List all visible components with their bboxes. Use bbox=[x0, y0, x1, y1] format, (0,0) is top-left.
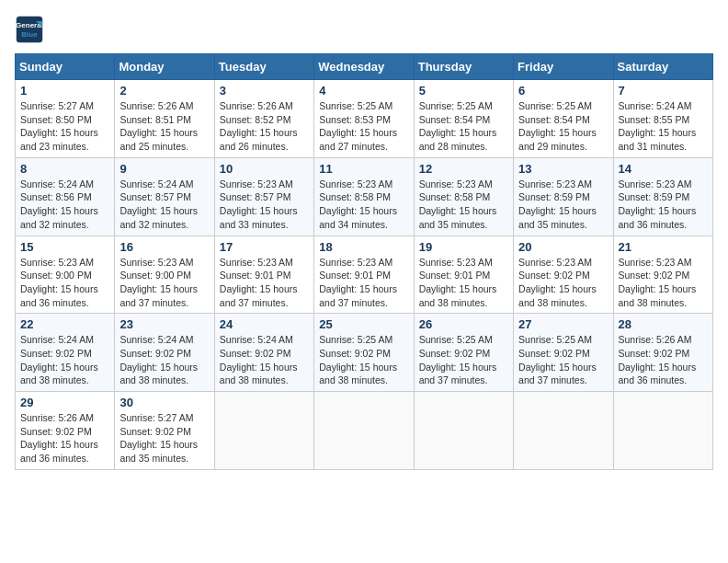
day-info: Sunrise: 5:23 AMSunset: 9:02 PMDaylight:… bbox=[619, 256, 708, 310]
weekday-header-wednesday: Wednesday bbox=[314, 54, 414, 80]
calendar-week-3: 15 Sunrise: 5:23 AMSunset: 9:00 PMDaylig… bbox=[16, 236, 713, 314]
calendar-cell: 5 Sunrise: 5:25 AMSunset: 8:54 PMDayligh… bbox=[414, 80, 513, 158]
svg-text:Blue: Blue bbox=[21, 30, 38, 39]
day-number: 2 bbox=[119, 84, 209, 98]
weekday-header-sunday: Sunday bbox=[16, 54, 115, 80]
calendar-cell: 16 Sunrise: 5:23 AMSunset: 9:00 PMDaylig… bbox=[115, 236, 214, 314]
weekday-header-tuesday: Tuesday bbox=[214, 54, 313, 80]
day-number: 27 bbox=[518, 317, 608, 331]
calendar-cell: 14 Sunrise: 5:23 AMSunset: 8:59 PMDaylig… bbox=[613, 157, 712, 236]
calendar-cell bbox=[214, 392, 313, 470]
day-info: Sunrise: 5:24 AMSunset: 8:56 PMDaylight:… bbox=[20, 178, 109, 232]
day-number: 20 bbox=[518, 240, 608, 254]
day-info: Sunrise: 5:25 AMSunset: 8:54 PMDaylight:… bbox=[419, 99, 508, 154]
calendar-week-4: 22 Sunrise: 5:24 AMSunset: 9:02 PMDaylig… bbox=[16, 314, 713, 392]
day-number: 13 bbox=[518, 162, 608, 176]
day-info: Sunrise: 5:25 AMSunset: 9:02 PMDaylight:… bbox=[319, 333, 408, 387]
day-info: Sunrise: 5:23 AMSunset: 8:59 PMDaylight:… bbox=[619, 178, 708, 232]
day-number: 23 bbox=[119, 317, 209, 331]
day-info: Sunrise: 5:23 AMSunset: 9:00 PMDaylight:… bbox=[119, 256, 209, 310]
day-number: 26 bbox=[419, 317, 508, 331]
day-info: Sunrise: 5:23 AMSunset: 9:01 PMDaylight:… bbox=[419, 256, 508, 310]
day-info: Sunrise: 5:24 AMSunset: 8:55 PMDaylight:… bbox=[619, 99, 708, 154]
day-number: 11 bbox=[319, 162, 408, 176]
calendar-cell: 19 Sunrise: 5:23 AMSunset: 9:01 PMDaylig… bbox=[414, 236, 513, 314]
calendar-cell: 2 Sunrise: 5:26 AMSunset: 8:51 PMDayligh… bbox=[115, 80, 214, 158]
calendar-cell: 8 Sunrise: 5:24 AMSunset: 8:56 PMDayligh… bbox=[16, 157, 115, 236]
calendar-cell: 27 Sunrise: 5:25 AMSunset: 9:02 PMDaylig… bbox=[514, 314, 613, 392]
calendar-cell: 23 Sunrise: 5:24 AMSunset: 9:02 PMDaylig… bbox=[115, 314, 214, 392]
day-number: 30 bbox=[119, 396, 209, 409]
day-number: 22 bbox=[20, 317, 109, 331]
day-info: Sunrise: 5:26 AMSunset: 9:02 PMDaylight:… bbox=[619, 333, 708, 387]
day-info: Sunrise: 5:24 AMSunset: 9:02 PMDaylight:… bbox=[20, 333, 109, 387]
day-number: 28 bbox=[619, 317, 708, 331]
day-info: Sunrise: 5:23 AMSunset: 9:01 PMDaylight:… bbox=[220, 256, 309, 310]
calendar-week-5: 29 Sunrise: 5:26 AMSunset: 9:02 PMDaylig… bbox=[16, 392, 713, 470]
weekday-header-saturday: Saturday bbox=[613, 54, 712, 80]
day-number: 16 bbox=[119, 240, 209, 254]
day-info: Sunrise: 5:25 AMSunset: 8:54 PMDaylight:… bbox=[518, 99, 608, 154]
calendar-cell: 18 Sunrise: 5:23 AMSunset: 9:01 PMDaylig… bbox=[314, 236, 414, 314]
day-info: Sunrise: 5:27 AMSunset: 8:50 PMDaylight:… bbox=[20, 99, 109, 154]
calendar-cell: 29 Sunrise: 5:26 AMSunset: 9:02 PMDaylig… bbox=[16, 392, 115, 470]
day-number: 6 bbox=[518, 84, 608, 98]
day-info: Sunrise: 5:23 AMSunset: 8:59 PMDaylight:… bbox=[518, 178, 608, 232]
day-info: Sunrise: 5:26 AMSunset: 8:51 PMDaylight:… bbox=[119, 99, 209, 154]
day-info: Sunrise: 5:23 AMSunset: 9:00 PMDaylight:… bbox=[20, 256, 109, 310]
calendar-week-1: 1 Sunrise: 5:27 AMSunset: 8:50 PMDayligh… bbox=[16, 80, 713, 158]
calendar-cell: 20 Sunrise: 5:23 AMSunset: 9:02 PMDaylig… bbox=[514, 236, 613, 314]
calendar-cell: 11 Sunrise: 5:23 AMSunset: 8:58 PMDaylig… bbox=[314, 157, 414, 236]
day-info: Sunrise: 5:25 AMSunset: 9:02 PMDaylight:… bbox=[518, 333, 608, 387]
day-number: 15 bbox=[20, 240, 109, 254]
calendar-cell: 3 Sunrise: 5:26 AMSunset: 8:52 PMDayligh… bbox=[214, 80, 313, 158]
calendar-cell: 21 Sunrise: 5:23 AMSunset: 9:02 PMDaylig… bbox=[613, 236, 712, 314]
calendar-week-2: 8 Sunrise: 5:24 AMSunset: 8:56 PMDayligh… bbox=[16, 157, 713, 236]
calendar-cell: 30 Sunrise: 5:27 AMSunset: 9:02 PMDaylig… bbox=[115, 392, 214, 470]
day-info: Sunrise: 5:25 AMSunset: 8:53 PMDaylight:… bbox=[319, 99, 408, 154]
day-number: 9 bbox=[119, 162, 209, 176]
calendar-cell: 22 Sunrise: 5:24 AMSunset: 9:02 PMDaylig… bbox=[16, 314, 115, 392]
calendar-cell: 12 Sunrise: 5:23 AMSunset: 8:58 PMDaylig… bbox=[414, 157, 513, 236]
calendar-cell: 24 Sunrise: 5:24 AMSunset: 9:02 PMDaylig… bbox=[214, 314, 313, 392]
day-number: 17 bbox=[220, 240, 309, 254]
logo: General Blue bbox=[15, 15, 44, 44]
day-info: Sunrise: 5:26 AMSunset: 8:52 PMDaylight:… bbox=[220, 99, 309, 154]
day-info: Sunrise: 5:23 AMSunset: 9:01 PMDaylight:… bbox=[319, 256, 408, 310]
day-number: 21 bbox=[619, 240, 708, 254]
calendar-cell: 17 Sunrise: 5:23 AMSunset: 9:01 PMDaylig… bbox=[214, 236, 313, 314]
page-header: General Blue bbox=[15, 15, 713, 44]
day-info: Sunrise: 5:26 AMSunset: 9:02 PMDaylight:… bbox=[20, 411, 109, 465]
weekday-header-row: SundayMondayTuesdayWednesdayThursdayFrid… bbox=[16, 54, 713, 80]
day-number: 19 bbox=[419, 240, 508, 254]
weekday-header-monday: Monday bbox=[115, 54, 214, 80]
day-number: 7 bbox=[619, 84, 708, 98]
weekday-header-friday: Friday bbox=[514, 54, 613, 80]
calendar-cell: 28 Sunrise: 5:26 AMSunset: 9:02 PMDaylig… bbox=[613, 314, 712, 392]
calendar-cell bbox=[613, 392, 712, 470]
day-info: Sunrise: 5:23 AMSunset: 8:57 PMDaylight:… bbox=[220, 178, 309, 232]
day-number: 5 bbox=[419, 84, 508, 98]
day-info: Sunrise: 5:23 AMSunset: 8:58 PMDaylight:… bbox=[319, 178, 408, 232]
day-info: Sunrise: 5:23 AMSunset: 9:02 PMDaylight:… bbox=[518, 256, 608, 310]
calendar-body: 1 Sunrise: 5:27 AMSunset: 8:50 PMDayligh… bbox=[16, 80, 713, 470]
day-number: 14 bbox=[619, 162, 708, 176]
weekday-header-thursday: Thursday bbox=[414, 54, 513, 80]
calendar-cell: 1 Sunrise: 5:27 AMSunset: 8:50 PMDayligh… bbox=[16, 80, 115, 158]
day-number: 18 bbox=[319, 240, 408, 254]
calendar-cell bbox=[414, 392, 513, 470]
day-number: 10 bbox=[220, 162, 309, 176]
day-number: 1 bbox=[20, 84, 109, 98]
day-info: Sunrise: 5:23 AMSunset: 8:58 PMDaylight:… bbox=[419, 178, 508, 232]
day-number: 8 bbox=[20, 162, 109, 176]
day-info: Sunrise: 5:27 AMSunset: 9:02 PMDaylight:… bbox=[119, 411, 209, 465]
calendar-cell: 25 Sunrise: 5:25 AMSunset: 9:02 PMDaylig… bbox=[314, 314, 414, 392]
day-info: Sunrise: 5:25 AMSunset: 9:02 PMDaylight:… bbox=[419, 333, 508, 387]
calendar-cell: 9 Sunrise: 5:24 AMSunset: 8:57 PMDayligh… bbox=[115, 157, 214, 236]
day-number: 12 bbox=[419, 162, 508, 176]
calendar-cell: 10 Sunrise: 5:23 AMSunset: 8:57 PMDaylig… bbox=[214, 157, 313, 236]
day-info: Sunrise: 5:24 AMSunset: 9:02 PMDaylight:… bbox=[220, 333, 309, 387]
calendar-cell: 13 Sunrise: 5:23 AMSunset: 8:59 PMDaylig… bbox=[514, 157, 613, 236]
day-number: 4 bbox=[319, 84, 408, 98]
calendar-cell bbox=[514, 392, 613, 470]
